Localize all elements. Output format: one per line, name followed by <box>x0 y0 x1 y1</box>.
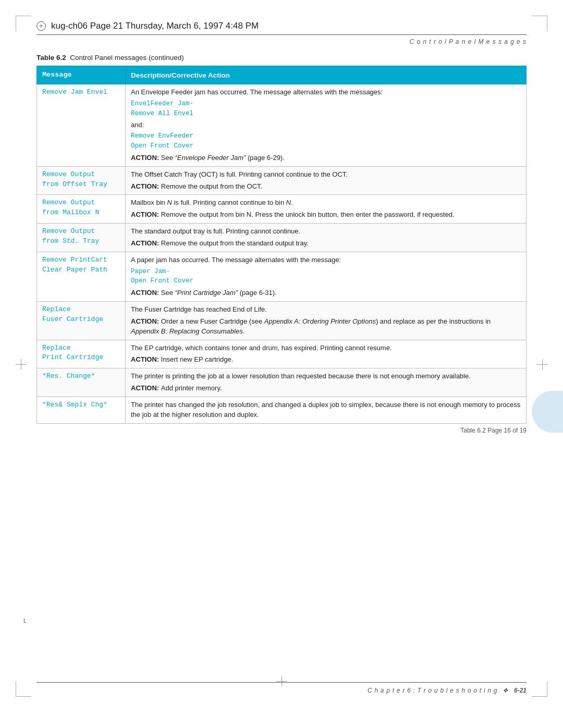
code-text: Paper Jam- Open Front Cover <box>131 267 521 287</box>
description-cell: The standard output tray is full. Printi… <box>126 224 527 252</box>
corner-mark-top-left <box>16 16 31 31</box>
description-text: The EP cartridge, which contains toner a… <box>131 343 521 353</box>
col-header-description: Description/Corrective Action <box>126 66 527 84</box>
action-text: ACTION: See “Print Cartridge Jam” (page … <box>131 288 521 298</box>
table-row: Remove Output from Mailbox NMailbox bin … <box>37 195 527 224</box>
action-label: ACTION: <box>131 317 161 325</box>
page-header: kug-ch06 Page 21 Thursday, March 6, 1997… <box>36 21 527 35</box>
center-crosshair-left <box>16 359 26 369</box>
action-label: ACTION: <box>131 384 161 392</box>
section-subtitle: C o n t r o l P a n e l M e s s a g e s <box>36 38 527 45</box>
description-cell: The Fuser Cartridge has reached End of L… <box>126 302 527 340</box>
table-caption: Table 6.2 Control Panel messages (contin… <box>36 54 527 61</box>
table-footer-label: Table 6.2 Page 16 of 19 <box>36 427 527 434</box>
action-detail: Insert new EP cartridge. <box>161 355 234 363</box>
action-label: ACTION: <box>131 154 161 162</box>
description-cell: An Envelope Feeder jam has occurred. The… <box>126 84 527 167</box>
code-text: EnvelFeeder Jam- Remove All Envel <box>131 99 521 119</box>
message-cell: Replace Fuser Cartridge <box>37 302 126 340</box>
page-title: kug-ch06 Page 21 Thursday, March 6, 1997… <box>51 21 259 31</box>
footer-chapter: C h a p t e r 6 : T r o u b l e s h o o … <box>368 687 497 694</box>
action-detail: Remove the output from the OCT. <box>161 182 262 190</box>
action-detail: See “Envelope Feeder Jam” (page 6-29). <box>161 154 285 162</box>
page-footer: C h a p t e r 6 : T r o u b l e s h o o … <box>36 682 527 694</box>
message-cell: Remove Output from Offset Tray <box>37 166 126 195</box>
table-row: Replace Fuser CartridgeThe Fuser Cartrid… <box>37 302 527 340</box>
table-row: *Res. Change*The printer is printing the… <box>37 368 527 397</box>
footer-page-number: 6-21 <box>514 687 527 694</box>
code-text: Remove EnvFeeder Open Front Cover <box>131 131 521 151</box>
table-row: Remove Output from Std. TrayThe standard… <box>37 224 527 252</box>
action-detail-italic: Order a new Fuser Cartridge (see Appendi… <box>131 317 491 335</box>
message-cell: Remove PrintCart Clear Paper Path <box>37 252 126 301</box>
description-cell: The Offset Catch Tray (OCT) is full. Pri… <box>126 166 527 195</box>
margin-mark-left: L <box>23 618 27 624</box>
action-text-italic: ACTION: Order a new Fuser Cartridge (see… <box>131 317 521 337</box>
control-panel-messages-table: Message Description/Corrective Action Re… <box>36 66 527 424</box>
action-label: ACTION: <box>131 182 161 190</box>
action-detail: See “Print Cartridge Jam” (page 6-31). <box>161 289 277 297</box>
table-row: Remove Output from Offset TrayThe Offset… <box>37 166 527 195</box>
description-text: The standard output tray is full. Printi… <box>131 227 521 237</box>
description-text: The printer is printing the job at a low… <box>131 372 521 381</box>
center-crosshair-right <box>537 359 547 369</box>
page: L kug-ch06 Page 21 Thursday, March 6, 19… <box>0 0 563 728</box>
description-text: The Offset Catch Tray (OCT) is full. Pri… <box>131 170 521 180</box>
action-text: ACTION: Remove the output from the stand… <box>131 239 521 249</box>
action-detail: Remove the output from bin N. Press the … <box>161 211 455 218</box>
message-cell: Replace Print Cartridge <box>37 340 126 368</box>
action-text: ACTION: Add printer memory. <box>131 384 521 393</box>
message-cell: *Res. Change* <box>37 368 126 397</box>
action-text: ACTION: Insert new EP cartridge. <box>131 355 521 365</box>
header-circle-icon <box>36 21 46 31</box>
action-label: ACTION: <box>131 211 161 218</box>
description-text: A paper jam has occurred. The message al… <box>131 255 521 265</box>
action-text: ACTION: Remove the output from the OCT. <box>131 182 521 192</box>
decorative-blob <box>532 391 563 433</box>
corner-mark-bottom-left <box>16 681 31 697</box>
table-row: Remove Jam EnvelAn Envelope Feeder jam h… <box>37 84 527 167</box>
description-cell: Mailbox bin N is full. Printing cannot c… <box>126 195 527 224</box>
description-cell: The printer has changed the job resoluti… <box>126 397 527 423</box>
description-text: Mailbox bin N is full. Printing cannot c… <box>131 198 521 208</box>
description-text: The printer has changed the job resoluti… <box>131 400 521 420</box>
footer-diamond: ❖ <box>503 687 509 694</box>
message-cell: *Res& Smplx Chg* <box>37 397 126 423</box>
corner-mark-top-right <box>532 16 547 31</box>
extra-text: and: <box>131 120 521 130</box>
action-label: ACTION: <box>131 355 161 363</box>
action-label: ACTION: <box>131 239 161 247</box>
description-cell: A paper jam has occurred. The message al… <box>126 252 527 301</box>
col-header-message: Message <box>37 66 126 84</box>
description-cell: The EP cartridge, which contains toner a… <box>126 340 527 368</box>
description-text: The Fuser Cartridge has reached End of L… <box>131 305 521 315</box>
description-text: An Envelope Feeder jam has occurred. The… <box>131 88 521 97</box>
table-row: *Res& Smplx Chg*The printer has changed … <box>37 397 527 423</box>
page-content: kug-ch06 Page 21 Thursday, March 6, 1997… <box>36 0 527 434</box>
message-cell: Remove Jam Envel <box>37 84 126 167</box>
description-cell: The printer is printing the job at a low… <box>126 368 527 397</box>
table-caption-text: Control Panel messages (continued) <box>70 54 183 61</box>
action-text: ACTION: See “Envelope Feeder Jam” (page … <box>131 153 521 163</box>
message-cell: Remove Output from Mailbox N <box>37 195 126 224</box>
corner-mark-bottom-right <box>532 681 547 697</box>
table-row: Replace Print CartridgeThe EP cartridge,… <box>37 340 527 368</box>
message-cell: Remove Output from Std. Tray <box>37 224 126 252</box>
action-detail: Remove the output from the standard outp… <box>161 239 309 247</box>
action-label: ACTION: <box>131 289 161 297</box>
action-detail: Add printer memory. <box>161 384 222 392</box>
table-caption-bold: Table 6.2 <box>36 54 66 61</box>
action-text: ACTION: Remove the output from bin N. Pr… <box>131 210 521 220</box>
table-row: Remove PrintCart Clear Paper PathA paper… <box>37 252 527 301</box>
